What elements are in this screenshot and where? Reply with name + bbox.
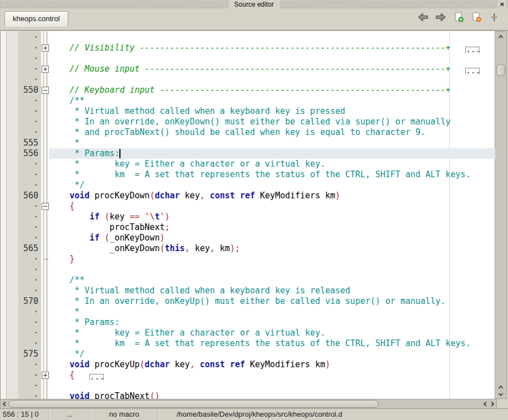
code-text[interactable]: * key = Either a character or a virtual … [49, 159, 495, 169]
code-line: · void procTabNext() [1, 391, 495, 399]
code-text[interactable]: */ [49, 349, 495, 359]
code-line: · [1, 74, 495, 85]
code-text[interactable]: * km = A set that represents the status … [49, 169, 495, 180]
titlebar[interactable]: Source editor × [0, 0, 508, 9]
fold-expand-icon[interactable] [42, 44, 49, 52]
folded-ellipsis[interactable]: ... [89, 374, 104, 381]
code-line: · // Mouse input -----------------------… [1, 64, 495, 74]
fold-collapse-icon[interactable] [42, 203, 49, 210]
code-line: · if (_onKeyDown) [1, 233, 495, 243]
nav-back-button[interactable] [417, 13, 429, 24]
scroll-left-button-right[interactable] [481, 399, 489, 408]
tab-kheops-control[interactable]: kheops.control [4, 11, 68, 27]
code-text[interactable]: {... [49, 370, 495, 381]
chevron-up-icon [497, 34, 504, 39]
code-text[interactable]: * In an override, onKeyUp() must either … [49, 296, 495, 307]
nav-forward-button[interactable] [435, 13, 447, 24]
line-number: 556 [1, 148, 41, 159]
chevron-right-icon [490, 401, 495, 407]
line-number: · [1, 381, 41, 391]
line-number: · [1, 391, 41, 399]
code-line: · [1, 32, 495, 43]
code-text[interactable] [49, 53, 495, 64]
code-text[interactable]: if (_onKeyDown) [49, 233, 495, 243]
code-region[interactable]: ·· // Visibility -----------------------… [0, 31, 495, 399]
code-text[interactable]: /** [49, 96, 495, 106]
code-text[interactable] [49, 32, 495, 43]
horizontal-scroll-thumb[interactable] [8, 400, 379, 408]
fold-margin-cell [41, 307, 49, 317]
code-text[interactable] [49, 74, 495, 85]
code-text[interactable]: * Params: [49, 148, 495, 159]
fold-margin-cell [41, 286, 49, 296]
scroll-right-button[interactable] [489, 399, 496, 408]
code-text[interactable]: procTabNext; [49, 222, 495, 233]
code-text[interactable]: * and procTabNext() should be called whe… [49, 127, 495, 138]
vertical-scrollbar[interactable] [495, 31, 507, 399]
fold-margin-cell [41, 254, 49, 264]
code-line: 556 * Params: [1, 148, 495, 159]
line-number: 575 [1, 349, 41, 359]
fold-expand-icon[interactable] [42, 372, 49, 379]
arrow-right-icon [435, 13, 446, 24]
code-text[interactable]: { [49, 201, 495, 212]
fold-margin-cell [41, 169, 49, 180]
scroll-down-button[interactable] [495, 391, 506, 398]
code-text[interactable]: /** [49, 275, 495, 286]
code-text[interactable]: * Virtual method called when a keyboard … [49, 286, 495, 296]
fold-collapse-icon[interactable] [42, 87, 49, 94]
code-text[interactable]: _onKeyDown(this, key, km); [49, 243, 495, 254]
folded-ellipsis[interactable]: ... [465, 47, 480, 53]
chevron-up-icon [497, 384, 504, 390]
code-text[interactable]: * km = A set that represents the status … [49, 338, 495, 349]
split-view-button[interactable] [488, 13, 500, 24]
code-line: · { [1, 201, 495, 212]
code-line: · if (key == '\t') [1, 212, 495, 222]
code-text[interactable]: if (key == '\t') [49, 212, 495, 222]
code-text[interactable]: } [49, 254, 495, 264]
code-text[interactable]: // Keyboard input ----------------------… [49, 85, 495, 96]
vertical-scroll-thumb[interactable] [496, 64, 505, 76]
code-text[interactable]: * Virtual method called when a keyboard … [49, 106, 495, 117]
horizontal-scrollbar[interactable] [0, 399, 497, 409]
code-text[interactable]: * key = Either a character or a virtual … [49, 328, 495, 338]
folded-ellipsis[interactable]: ... [465, 68, 480, 74]
code-text[interactable]: * [49, 307, 495, 317]
new-document-button[interactable] [452, 13, 465, 24]
code-line: · */ [1, 180, 495, 191]
code-text[interactable]: */ [49, 180, 495, 191]
scroll-left-button[interactable] [1, 399, 8, 408]
close-icon[interactable]: × [498, 0, 506, 9]
code-line: 550 // Keyboard input ------------------… [1, 85, 495, 96]
code-line: · * and procTabNext() should be called w… [1, 127, 495, 138]
code-text[interactable]: * Params: [49, 317, 495, 328]
close-document-button[interactable] [470, 13, 482, 24]
status-cursor-position: 556 : 15 | 0 [0, 409, 49, 420]
code-text[interactable]: * [49, 138, 495, 148]
text-cursor [119, 149, 120, 158]
fold-expand-icon[interactable] [42, 66, 49, 73]
document-add-icon [453, 12, 464, 24]
fold-margin-cell [41, 159, 49, 169]
code-text[interactable]: void procKeyDown(dchar key, const ref Ke… [49, 191, 495, 201]
code-text[interactable]: void procKeyUp(dchar key, const ref KeyM… [49, 359, 495, 370]
code-text[interactable]: * In an override, onKeyDown() must eithe… [49, 117, 495, 127]
line-number: · [1, 106, 41, 117]
code-text[interactable] [49, 264, 495, 275]
line-number: · [1, 64, 41, 74]
fold-margin-cell [41, 243, 49, 254]
code-line: · /** [1, 96, 495, 106]
fold-margin-cell [41, 64, 49, 74]
scroll-up-button-bottom[interactable] [495, 383, 506, 391]
line-number: · [1, 317, 41, 328]
code-text[interactable]: // Visibility --------------------------… [49, 43, 495, 53]
scroll-up-button[interactable] [495, 33, 506, 40]
code-text[interactable] [49, 381, 495, 391]
code-text[interactable]: void procTabNext() [49, 391, 495, 399]
line-number: 550 [1, 85, 41, 96]
line-number: · [1, 233, 41, 243]
status-bar: 556 : 15 | 0 ... no macro /home/basile/D… [0, 408, 508, 420]
code-text[interactable]: // Mouse input -------------------------… [49, 64, 495, 74]
splitter-icon [490, 13, 498, 24]
chevron-left-icon [2, 401, 7, 407]
